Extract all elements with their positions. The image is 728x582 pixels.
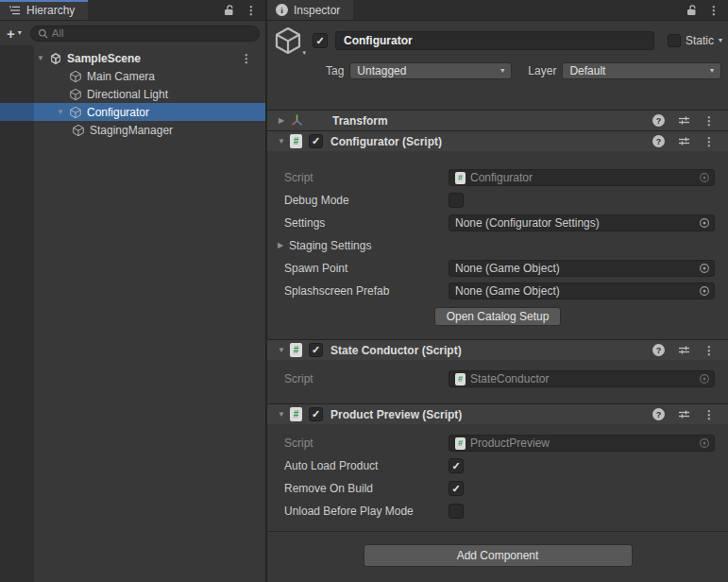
lock-icon[interactable] <box>686 4 698 16</box>
property-row: Settings None (Configurator Settings) <box>267 212 728 234</box>
remove-on-build-checkbox[interactable] <box>449 481 464 496</box>
tab-hierarchy[interactable]: Hierarchy <box>0 0 88 20</box>
object-picker-icon[interactable] <box>699 285 710 297</box>
static-label: Static <box>686 34 714 47</box>
expander-icon[interactable]: ▼ <box>32 55 49 62</box>
property-label: Script <box>284 372 449 385</box>
gameobject-header: ▾ Static ▾ Tag Untagged ▾ Layer Defau <box>267 21 728 85</box>
kebab-menu-icon[interactable]: ⋮ <box>708 5 720 16</box>
gameobject-cube-icon <box>69 70 82 83</box>
object-field-value: Configurator <box>470 171 694 184</box>
presets-icon[interactable] <box>678 135 690 147</box>
tree-item-samplescene[interactable]: ▼ SampleScene ⋮ <box>0 49 265 67</box>
hierarchy-tree: ▼ SampleScene ⋮ Main Camera Directional … <box>0 45 265 582</box>
property-row: Remove On Build <box>267 477 728 500</box>
inspector-tab-actions: ⋮ <box>686 0 728 20</box>
inspector-panel: i Inspector ⋮ ▾ Static ▾ <box>267 0 728 582</box>
chevron-down-icon: ▾ <box>18 29 22 37</box>
expander-icon[interactable]: ▼ <box>273 347 290 354</box>
object-picker-icon[interactable] <box>699 263 710 274</box>
component-header-configurator[interactable]: ▼ # Configurator (Script) ? ⋮ <box>267 130 728 151</box>
hierarchy-tab-actions: ⋮ <box>223 0 265 20</box>
hierarchy-toolbar: + ▾ <box>0 21 265 45</box>
component-enabled-checkbox[interactable] <box>309 343 323 357</box>
create-menu-button[interactable]: + ▾ <box>4 26 25 41</box>
splashscreen-prefab-object-field[interactable]: None (Game Object) <box>449 282 715 300</box>
search-input[interactable] <box>52 27 252 39</box>
auto-load-product-checkbox[interactable] <box>449 458 464 473</box>
active-checkbox[interactable] <box>313 33 328 48</box>
tag-dropdown[interactable]: Untagged ▾ <box>349 62 512 79</box>
component-enabled-checkbox[interactable] <box>309 407 323 421</box>
presets-icon[interactable] <box>678 344 690 356</box>
static-dropdown[interactable]: Static ▾ <box>662 34 722 47</box>
script-icon: # <box>290 343 302 357</box>
presets-icon[interactable] <box>678 114 690 127</box>
component-title: State Conductor (Script) <box>330 344 462 357</box>
component-header-transform[interactable]: ▶ Transform ? ⋮ <box>267 110 728 130</box>
chevron-down-icon: ▾ <box>719 37 722 44</box>
chevron-down-icon: ▾ <box>500 67 504 75</box>
property-label: Spawn Point <box>284 262 449 275</box>
tree-item-main-camera[interactable]: Main Camera <box>0 67 265 85</box>
object-picker-icon[interactable] <box>699 373 710 385</box>
spawn-point-object-field[interactable]: None (Game Object) <box>449 260 715 277</box>
plus-icon: + <box>7 26 15 41</box>
component-header-state-conductor[interactable]: ▼ # State Conductor (Script) ? ⋮ <box>267 339 728 360</box>
expander-icon[interactable]: ▼ <box>273 411 290 419</box>
lock-icon[interactable] <box>223 4 235 16</box>
tree-item-stagingmanager[interactable]: StagingManager <box>0 121 265 139</box>
layer-dropdown[interactable]: Default ▾ <box>562 62 721 79</box>
transform-icon <box>290 113 304 128</box>
settings-object-field[interactable]: None (Configurator Settings) <box>449 214 715 231</box>
scene-options-icon[interactable]: ⋮ <box>241 53 252 64</box>
kebab-menu-icon[interactable]: ⋮ <box>703 345 715 356</box>
open-catalog-setup-button[interactable]: Open Catalog Setup <box>434 307 562 326</box>
unload-before-play-mode-checkbox[interactable] <box>449 504 464 519</box>
component-header-product-preview[interactable]: ▼ # Product Preview (Script) ? ⋮ <box>267 403 728 424</box>
presets-icon[interactable] <box>678 408 690 420</box>
tree-item-label: Configurator <box>87 106 149 119</box>
tab-inspector[interactable]: i Inspector <box>267 0 353 20</box>
property-label: Remove On Build <box>284 482 449 495</box>
component-enabled-checkbox[interactable] <box>309 134 323 148</box>
foldout-label[interactable]: Staging Settings <box>289 239 371 252</box>
help-icon[interactable]: ? <box>652 408 665 420</box>
search-field[interactable] <box>30 26 260 42</box>
property-row: Unload Before Play Mode <box>267 500 728 522</box>
gameobject-name-field[interactable] <box>335 31 654 50</box>
script-icon: # <box>290 134 302 148</box>
script-object-field[interactable]: # Configurator <box>449 169 715 186</box>
hierarchy-icon <box>8 5 21 15</box>
expander-icon[interactable]: ▶ <box>272 242 289 249</box>
component-body-state-conductor: Script # StateConductor <box>267 360 728 398</box>
help-icon[interactable]: ? <box>652 344 665 356</box>
kebab-menu-icon[interactable]: ⋮ <box>703 115 715 127</box>
layer-value: Default <box>569 64 605 77</box>
help-icon[interactable]: ? <box>652 114 665 127</box>
property-label: Script <box>284 436 449 450</box>
kebab-menu-icon[interactable]: ⋮ <box>703 409 715 420</box>
object-picker-icon[interactable] <box>699 437 710 449</box>
script-object-field[interactable]: # StateConductor <box>449 370 715 387</box>
expander-icon[interactable]: ▼ <box>52 109 69 116</box>
script-object-field[interactable]: # ProductPreview <box>449 435 715 452</box>
object-picker-icon[interactable] <box>699 172 710 183</box>
script-icon: # <box>455 437 466 450</box>
debug-mode-checkbox[interactable] <box>449 193 464 208</box>
hierarchy-tabbar: Hierarchy ⋮ <box>0 0 265 21</box>
help-icon[interactable]: ? <box>652 135 665 147</box>
tree-item-directional-light[interactable]: Directional Light <box>0 85 265 103</box>
tag-value: Untagged <box>357 64 406 77</box>
kebab-menu-icon[interactable]: ⋮ <box>245 5 257 16</box>
gameobject-icon[interactable]: ▾ <box>273 26 307 56</box>
component-title: Configurator (Script) <box>330 135 442 148</box>
object-field-value: None (Configurator Settings) <box>455 216 694 230</box>
expander-icon[interactable]: ▼ <box>273 138 290 146</box>
kebab-menu-icon[interactable]: ⋮ <box>703 136 715 147</box>
static-checkbox[interactable] <box>668 34 681 47</box>
object-picker-icon[interactable] <box>699 217 710 229</box>
expander-icon[interactable]: ▶ <box>273 117 290 125</box>
tree-item-configurator[interactable]: ▼ Configurator <box>0 103 265 121</box>
add-component-button[interactable]: Add Component <box>364 544 633 567</box>
